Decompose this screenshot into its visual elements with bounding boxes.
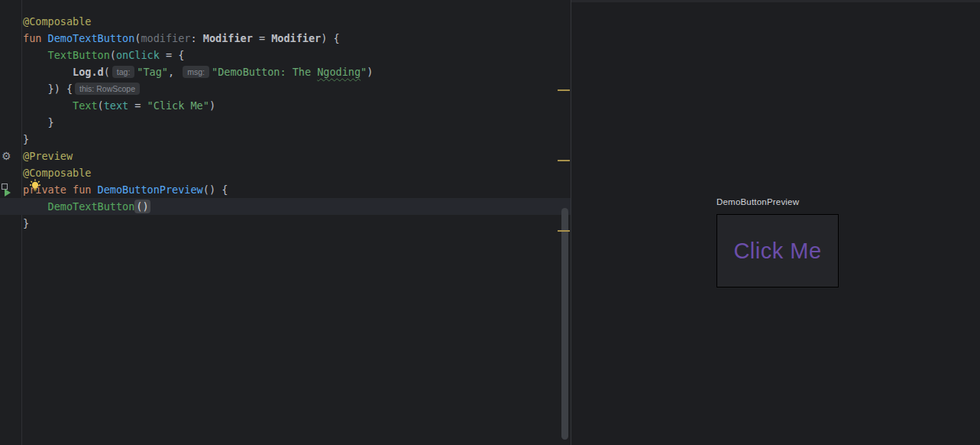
preview-design-surface[interactable]: Click Me [716, 214, 839, 287]
code-token: } [23, 133, 29, 145]
code-token [23, 99, 73, 112]
code-line[interactable]: } [0, 114, 571, 131]
code-token: text [104, 99, 129, 112]
code-token: ( [98, 99, 104, 112]
code-token: TextButton [48, 49, 110, 61]
run-preview-gutter-icon[interactable] [0, 183, 13, 197]
preview-click-me-button[interactable]: Click Me [733, 239, 821, 264]
code-text: } [0, 131, 29, 148]
warning-stripe-mark[interactable] [558, 160, 570, 161]
code-text: } [0, 215, 29, 232]
code-token: Text [73, 99, 98, 112]
code-text: fun DemoTextButton(modifier: Modifier = … [0, 30, 340, 47]
code-text: Log.d(tag:"Tag", msg:"DemoButton: The Ng… [0, 63, 373, 80]
code-token: ( [104, 66, 110, 78]
code-token: () { [203, 184, 228, 196]
code-token [23, 83, 48, 95]
code-token: @Composable [23, 167, 91, 179]
code-token: : [190, 32, 202, 44]
code-token: Modifier [271, 32, 321, 44]
code-token: " [361, 66, 367, 78]
code-line[interactable]: fun DemoTextButton(modifier: Modifier = … [0, 30, 571, 47]
compose-preview-panel[interactable]: DemoButtonPreview Click Me [571, 0, 980, 445]
code-token: fun [73, 184, 91, 196]
code-line[interactable]: @Composable [0, 164, 571, 181]
warning-stripe-mark[interactable] [558, 89, 570, 91]
code-lines: @Composablefun DemoTextButton(modifier: … [0, 13, 571, 232]
code-token: "Tag" [137, 66, 168, 78]
code-token: modifier [141, 32, 190, 44]
code-token: @Composable [23, 15, 91, 28]
code-line[interactable]: DemoTextButton() [0, 198, 571, 215]
code-text: @Composable [0, 13, 91, 30]
run-triangle-glyph [5, 189, 11, 197]
warning-stripe-mark[interactable] [558, 230, 570, 232]
code-line[interactable]: @Composable [0, 13, 571, 30]
code-line[interactable]: Text(text = "Click Me") [0, 97, 571, 114]
code-text: DemoTextButton() [0, 198, 150, 215]
preview-name-label: DemoButtonPreview [716, 197, 799, 206]
code-token: @Preview [23, 150, 73, 162]
code-line[interactable]: }) {this: RowScope [0, 80, 571, 97]
code-line[interactable]: private fun DemoButtonPreview() { [0, 181, 571, 198]
code-token: onClick [116, 49, 160, 61]
inlay-hint: msg: [183, 66, 209, 78]
code-token [23, 49, 48, 61]
code-token: ) { [321, 32, 339, 44]
code-text: TextButton(onClick = { [0, 47, 184, 63]
code-token: Ngoding [317, 66, 361, 78]
inlay-hint: this: RowScope [75, 83, 140, 95]
code-token: = [253, 32, 271, 44]
code-line[interactable]: Log.d(tag:"Tag", msg:"DemoButton: The Ng… [0, 63, 571, 80]
code-token: } [23, 217, 29, 229]
inlay-hint: tag: [112, 66, 135, 78]
code-token: "DemoButton: The [212, 66, 317, 78]
code-token: } [23, 116, 54, 128]
code-token: () [134, 200, 150, 213]
code-token: Log.d [73, 66, 104, 78]
code-token: DemoTextButton [48, 200, 135, 213]
preview-settings-gear-icon[interactable]: ⚙ [2, 151, 11, 161]
code-token: = [128, 99, 147, 112]
code-token: , [168, 66, 180, 78]
code-token: DemoTextButton [48, 32, 135, 44]
code-text: }) {this: RowScope [0, 80, 142, 97]
code-token [66, 184, 73, 196]
code-token: }) { [48, 83, 73, 95]
code-token [91, 184, 97, 196]
code-line[interactable]: TextButton(onClick = { [0, 47, 571, 63]
code-token: ( [110, 49, 116, 61]
intention-bulb-icon[interactable] [29, 179, 41, 192]
code-token: "Click Me" [147, 99, 209, 112]
code-text: Text(text = "Click Me") [0, 97, 215, 114]
code-token: ) [367, 66, 373, 78]
code-token: ) [209, 99, 215, 112]
code-token [23, 200, 48, 213]
code-token [23, 66, 73, 78]
code-token: DemoButtonPreview [98, 184, 203, 196]
code-token: = { [160, 49, 185, 61]
code-line[interactable]: } [0, 131, 571, 148]
code-editor-pane[interactable]: @Composablefun DemoTextButton(modifier: … [0, 0, 571, 445]
code-line[interactable]: ⚙@Preview [0, 148, 571, 164]
preview-top-border [571, 0, 980, 2]
code-token: fun [23, 32, 48, 44]
code-line[interactable]: } [0, 215, 571, 232]
code-token: Modifier [203, 32, 253, 44]
editor-scrollbar[interactable] [561, 208, 568, 440]
code-text: } [0, 114, 54, 131]
code-text: @Composable [0, 164, 91, 181]
